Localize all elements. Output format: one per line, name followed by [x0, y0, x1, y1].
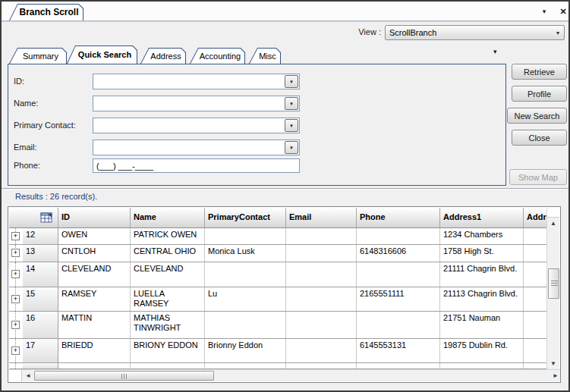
new-search-button[interactable]: New Search: [507, 108, 567, 124]
cell-phone: 6148316606: [357, 245, 440, 262]
expand-icon[interactable]: +: [11, 249, 20, 257]
cell-email: [286, 245, 357, 262]
scroll-left-icon[interactable]: ◄: [23, 370, 33, 381]
cell-primarycontact: [205, 262, 286, 287]
row-number-cell[interactable]: 13: [23, 245, 58, 262]
id-combobox[interactable]: ▾: [93, 74, 300, 89]
email-combobox[interactable]: ▾: [93, 140, 300, 155]
table-row[interactable]: + 14 CLEVELAND CLEVELAND 21111 Chagrin B…: [9, 262, 546, 287]
tab-overflow-chevron-icon[interactable]: ▾: [493, 48, 497, 55]
cell-name: LUELLA RAMSEY: [131, 287, 205, 311]
column-header-email[interactable]: Email: [286, 208, 357, 228]
close-icon[interactable]: ✕: [557, 5, 569, 17]
scroll-down-icon[interactable]: ▼: [547, 359, 559, 369]
tab-misc[interactable]: Misc: [249, 48, 281, 64]
column-header-id[interactable]: ID: [58, 208, 131, 228]
id-input[interactable]: [93, 74, 285, 89]
cell-phone: 2165551111: [357, 287, 440, 311]
tab-summary[interactable]: Summary: [9, 48, 67, 64]
cell-name: [131, 363, 205, 368]
table-row[interactable]: + 13 CNTLOH CENTRAL OHIO Monica Lusk 614…: [9, 245, 546, 262]
cell-address2: [524, 312, 546, 338]
scroll-right-icon[interactable]: ►: [550, 370, 561, 381]
cell-address1: 1234 Chambers: [440, 228, 524, 244]
primary-contact-input[interactable]: [93, 118, 285, 133]
cell-primarycontact: [205, 228, 286, 244]
vertical-scrollbar[interactable]: ▲ ▼: [546, 208, 559, 369]
chevron-down-icon[interactable]: ▾: [285, 97, 298, 110]
vertical-scrollbar-thumb[interactable]: [548, 268, 559, 299]
row-number-cell[interactable]: 12: [23, 228, 58, 244]
titlebar-divider: [2, 20, 568, 22]
tree-cell: +: [9, 339, 23, 362]
row-number-cell[interactable]: 14: [23, 262, 58, 287]
cell-id: MATTIN: [58, 312, 131, 338]
cell-address2: [524, 245, 546, 262]
grid-selector-header-cell[interactable]: [9, 208, 58, 228]
tab-quick-search[interactable]: Quick Search: [67, 45, 137, 64]
table-row[interactable]: + 17 BRIEDD BRIONY EDDON Brionny Eddon 6…: [9, 339, 546, 363]
expand-icon[interactable]: +: [11, 321, 20, 329]
tab-address[interactable]: Address: [140, 48, 186, 64]
email-input[interactable]: [93, 140, 285, 155]
table-row[interactable]: + 12 OWEN PATRICK OWEN 1234 Chambers: [9, 228, 546, 245]
profile-button[interactable]: Profile: [512, 86, 567, 102]
cell-name: CENTRAL OHIO: [131, 245, 205, 262]
row-number-cell[interactable]: 15: [23, 287, 58, 311]
cell-address1: 21751 Nauman: [440, 312, 524, 338]
column-header-address2[interactable]: Addres: [524, 208, 546, 228]
tree-cell: +: [9, 228, 23, 244]
expand-icon[interactable]: +: [11, 295, 20, 303]
grid-body: + 12 OWEN PATRICK OWEN 1234 Chambers + 1…: [9, 228, 546, 369]
primary-contact-combobox[interactable]: ▾: [93, 118, 300, 133]
cell-email: [286, 287, 357, 311]
phone-input[interactable]: [93, 158, 300, 173]
horizontal-scrollbar-thumb[interactable]: [34, 371, 214, 381]
email-label: Email:: [14, 143, 91, 155]
grid-icon: [40, 212, 53, 224]
show-map-button[interactable]: Show Map: [509, 169, 567, 185]
scroll-up-icon[interactable]: ▲: [547, 218, 559, 229]
column-header-primarycontact[interactable]: PrimaryContact: [205, 208, 286, 228]
cell-email: [286, 363, 357, 368]
cell-name: BRIONY EDDON: [131, 339, 205, 362]
cell-primarycontact: [205, 363, 286, 368]
expand-icon[interactable]: +: [11, 232, 20, 240]
tab-address-label: Address: [140, 48, 186, 64]
cell-address2: [524, 262, 546, 287]
name-combobox[interactable]: ▾: [93, 96, 300, 111]
column-header-name[interactable]: Name: [131, 208, 205, 228]
table-row-partial[interactable]: [9, 363, 546, 369]
close-button[interactable]: Close: [512, 130, 567, 146]
expand-icon[interactable]: +: [11, 270, 20, 278]
chevron-down-icon: ▾: [552, 30, 564, 36]
view-combobox[interactable]: ScrollBranch ▾: [385, 25, 565, 40]
retrieve-button[interactable]: Retrieve: [512, 64, 567, 80]
cell-phone: [357, 262, 440, 287]
document-tab-branch-scroll[interactable]: Branch Scroll: [9, 4, 83, 20]
row-number-cell[interactable]: 17: [23, 339, 58, 362]
tree-cell: +: [9, 262, 23, 287]
chevron-down-icon[interactable]: ▾: [285, 141, 298, 154]
tab-accounting[interactable]: Accounting: [190, 48, 245, 64]
chevron-down-icon[interactable]: ▾: [285, 119, 298, 132]
column-header-phone[interactable]: Phone: [357, 208, 440, 228]
phone-label: Phone:: [14, 161, 91, 173]
name-input[interactable]: [93, 96, 285, 111]
cell-id: [58, 363, 131, 368]
row-number-cell[interactable]: 16: [23, 312, 58, 338]
chevron-down-icon[interactable]: ▾: [285, 75, 298, 88]
id-label: ID:: [14, 77, 91, 89]
scrollbar-corner: [547, 208, 559, 218]
cell-primarycontact: Lu: [205, 287, 286, 311]
cell-address2: [524, 363, 546, 368]
table-row[interactable]: + 15 RAMSEY LUELLA RAMSEY Lu 2165551111 …: [9, 287, 546, 312]
column-header-address1[interactable]: Address1: [440, 208, 524, 228]
cell-address1: 21113 Chagrin Blvd.: [440, 287, 524, 311]
expand-icon[interactable]: +: [11, 347, 20, 355]
row-number-cell: [23, 363, 58, 368]
cell-address1: 19875 Dublin Rd.: [440, 339, 524, 362]
chevron-down-icon[interactable]: ▾: [538, 5, 550, 17]
table-row[interactable]: + 16 MATTIN MATHIAS TINWRIGHT 21751 Naum…: [9, 312, 546, 339]
horizontal-scrollbar[interactable]: ◄ ►: [9, 369, 561, 381]
